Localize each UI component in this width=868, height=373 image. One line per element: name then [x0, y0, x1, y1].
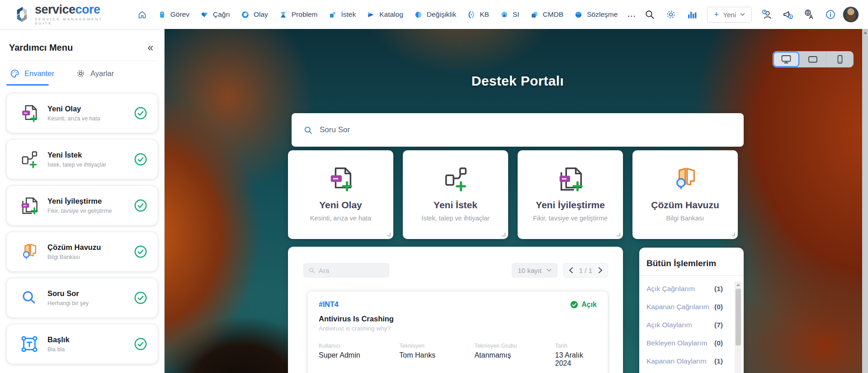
app-root: servicecore SERVICE MANAGEMENT SUITE Gör… — [0, 0, 868, 373]
resize-handle[interactable] — [387, 233, 391, 236]
ticket-field-technician: Teknisyen Tom Hanks — [399, 343, 474, 368]
field-value: Tom Hanks — [399, 351, 474, 359]
portal-card-yeni-iyilestirme[interactable]: Yeni İyileştirme Fikir, tavsiye ve geliş… — [518, 150, 623, 239]
nav-cmdb[interactable]: CMDB — [525, 7, 569, 23]
sidebar-card-yeni-olay[interactable]: Yeni Olay Kesinti, arıza ve hata — [6, 93, 158, 133]
title-box-icon — [19, 334, 39, 354]
page-size-value: 10 kayıt — [518, 267, 542, 274]
user-avatar[interactable] — [843, 6, 859, 23]
card-texts: Çözüm Havuzu Bilgi Bankası — [47, 243, 126, 260]
resize-handle[interactable] — [502, 233, 505, 236]
ticket-field-date: Tarih 13 Aralık 2024 — [555, 343, 597, 368]
nav-katalog[interactable]: Katalog — [361, 7, 409, 23]
sidebar-header: Yardımcı Menu « — [0, 29, 164, 61]
nav-sozlesme[interactable]: Sözleşme — [569, 7, 623, 23]
ticket-search-input[interactable] — [319, 267, 384, 274]
ticket-card[interactable]: #INT4 Açık Antivirus Is Crashing Antivir… — [307, 291, 608, 373]
my-items-pending-incidents[interactable]: Bekleyen Olaylarım (0) — [646, 339, 723, 347]
tab-ayarlar[interactable]: Ayarlar — [76, 69, 114, 84]
panel-scrollbar[interactable] — [735, 281, 741, 373]
search-button[interactable] — [641, 5, 659, 24]
catalog-icon — [367, 10, 375, 19]
item-count: (1) — [714, 357, 723, 365]
language-button[interactable] — [800, 5, 818, 24]
nav-cagri[interactable]: Çağrı — [195, 7, 236, 23]
sidebar-card-list: Yeni Olay Kesinti, arıza ve hata Yeni İs… — [0, 86, 164, 364]
nav-kb[interactable]: KB — [462, 7, 495, 23]
my-activities-button[interactable] — [758, 5, 776, 24]
brand-tagline: SERVICE MANAGEMENT SUITE — [35, 17, 112, 25]
ticket-description: Antivirust is crashing why? — [319, 325, 597, 332]
my-items-closed-incidents[interactable]: Kapanan Olaylarım (1) — [646, 357, 723, 365]
tablet-view-button[interactable] — [800, 52, 826, 67]
card-subtitle: Bilgi Bankası — [666, 215, 704, 222]
sidebar-card-soru-sor[interactable]: Soru Sor Herhangi bir şey — [6, 278, 158, 318]
nav-si[interactable]: SI — [495, 7, 525, 23]
item-label: Bekleyen Olaylarım — [646, 339, 707, 347]
resize-handle[interactable] — [731, 233, 735, 236]
settings-button[interactable] — [662, 5, 680, 24]
scroll-up-arrow-icon — [863, 31, 867, 34]
next-page-button[interactable] — [598, 267, 603, 273]
item-label: Açık Çağrılarım — [646, 285, 695, 293]
check-circle-icon[interactable] — [134, 153, 147, 166]
my-items-closed-calls[interactable]: Kapanan Çağrılarım (0) — [646, 303, 723, 311]
desktop-view-button[interactable] — [773, 52, 800, 67]
collapse-sidebar-button[interactable]: « — [145, 43, 156, 53]
field-value: 13 Aralık 2024 — [555, 351, 597, 368]
portal-card-cozum-havuzu[interactable]: Çözüm Havuzu Bilgi Bankası — [632, 150, 738, 239]
sidebar-card-yeni-istek[interactable]: Yeni İstek İstek, talep ve ihtiyaçlar — [6, 139, 158, 179]
card-title: Yeni İstek — [47, 151, 126, 159]
new-request-icon — [19, 149, 39, 169]
nav-home[interactable] — [132, 6, 152, 23]
megaphone-icon — [783, 9, 793, 20]
ticket-id[interactable]: #INT4 — [319, 301, 339, 309]
scrollbar-thumb[interactable] — [736, 289, 741, 345]
portal-card-yeni-olay[interactable]: Yeni Olay Kesinti, arıza ve hata — [288, 150, 393, 239]
ticket-list-panel: 10 kayıt 1 / 1 #INT4 Açık — [288, 247, 623, 373]
nav-label: Katalog — [379, 10, 403, 19]
announcements-button[interactable] — [779, 5, 797, 24]
nav-degisiklik[interactable]: Değişiklik — [409, 7, 462, 23]
nav-olay[interactable]: Olay — [236, 7, 274, 23]
check-circle-icon[interactable] — [134, 199, 147, 212]
brand-logo[interactable]: servicecore SERVICE MANAGEMENT SUITE — [14, 4, 112, 25]
chevron-right-icon — [598, 267, 603, 273]
solution-pool-icon — [19, 242, 39, 262]
mobile-view-button[interactable] — [826, 52, 853, 67]
nav-gorev[interactable]: Görev — [152, 7, 195, 23]
resize-handle[interactable] — [617, 233, 620, 236]
card-subtitle: Fikir, tavsiye ve geliştirme — [47, 208, 126, 214]
page-scrollbar[interactable] — [862, 29, 868, 373]
check-circle-icon[interactable] — [134, 245, 147, 258]
info-button[interactable] — [821, 5, 840, 24]
portal-search-box[interactable] — [292, 113, 744, 147]
request-icon — [328, 10, 337, 19]
task-icon — [158, 10, 166, 19]
check-circle-icon[interactable] — [134, 291, 147, 305]
my-items-open-calls[interactable]: Açık Çağrılarım (1) — [646, 285, 723, 293]
check-circle-icon[interactable] — [134, 106, 147, 120]
mobile-icon — [835, 54, 845, 64]
nav-label: Problem — [292, 10, 318, 19]
reports-button[interactable] — [683, 5, 701, 24]
item-count: (7) — [714, 321, 723, 329]
check-circle-icon[interactable] — [134, 337, 147, 351]
ticket-list-toolbar: 10 kayıt 1 / 1 — [288, 247, 623, 277]
tab-envanter[interactable]: Envanter — [10, 69, 54, 84]
nav-problem[interactable]: Problem — [274, 7, 323, 23]
nav-label: SI — [513, 10, 519, 19]
sidebar-card-yeni-iyilestirme[interactable]: Yeni İyileştirme Fikir, tavsiye ve geliş… — [6, 186, 158, 225]
new-record-button[interactable]: + Yeni — [707, 7, 752, 23]
ticket-search-box[interactable] — [303, 263, 389, 277]
page-size-select[interactable]: 10 kayıt — [512, 263, 557, 277]
previous-page-button[interactable] — [569, 267, 573, 273]
nav-more-button[interactable]: ... — [623, 7, 641, 22]
nav-istek[interactable]: İstek — [323, 7, 361, 23]
my-items-open-incidents[interactable]: Açık Olaylarım (7) — [646, 321, 723, 329]
portal-search-input[interactable] — [320, 125, 732, 134]
portal-card-yeni-istek[interactable]: Yeni İstek İstek, talep ve ihtiyaçlar — [403, 150, 508, 239]
desktop-icon — [781, 54, 792, 64]
sidebar-card-cozum-havuzu[interactable]: Çözüm Havuzu Bilgi Bankası — [6, 232, 158, 272]
sidebar-card-baslik[interactable]: Başlık Bla bla — [6, 324, 158, 364]
